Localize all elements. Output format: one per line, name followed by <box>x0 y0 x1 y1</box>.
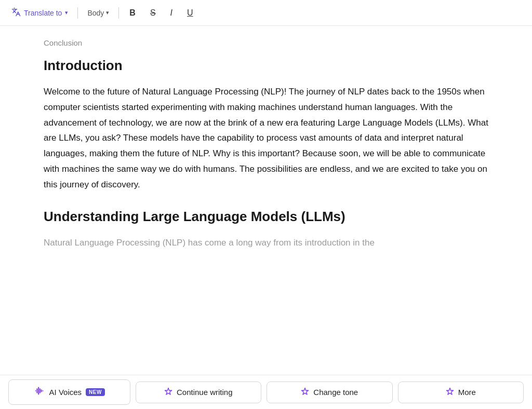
translate-to-button[interactable]: Translate to ▾ <box>8 5 71 21</box>
toolbar: Translate to ▾ Body ▾ B S I U <box>0 0 532 26</box>
intro-heading: Introduction <box>44 58 488 74</box>
content-area: Conclusion Introduction Welcome to the f… <box>0 26 532 409</box>
divider-2 <box>118 7 119 19</box>
ai-voices-button[interactable]: AI Voices NEW <box>8 379 130 405</box>
continue-writing-button[interactable]: Continue writing <box>136 381 262 403</box>
body-label: Body <box>87 9 104 17</box>
translate-label: Translate to <box>24 9 62 17</box>
llm-body-preview: Natural Language Processing (NLP) has co… <box>44 235 488 251</box>
change-tone-label: Change tone <box>313 388 358 397</box>
italic-button[interactable]: I <box>166 6 177 20</box>
bold-label: B <box>129 8 136 18</box>
change-tone-button[interactable]: Change tone <box>267 381 393 403</box>
ai-voices-label: AI Voices <box>49 388 82 397</box>
conclusion-stub: Conclusion <box>44 36 488 47</box>
underline-button[interactable]: U <box>183 6 197 20</box>
continue-writing-sparkle-icon <box>164 387 172 398</box>
translate-icon <box>11 7 21 19</box>
italic-label: I <box>170 8 172 18</box>
continue-writing-label: Continue writing <box>177 388 233 397</box>
bottom-action-bar: AI Voices NEW Continue writing Change to… <box>0 375 532 409</box>
intro-body[interactable]: Welcome to the future of Natural Languag… <box>44 84 488 192</box>
ai-voices-new-badge: NEW <box>86 388 105 396</box>
translate-chevron-icon: ▾ <box>65 9 68 16</box>
divider-1 <box>77 7 78 19</box>
strikethrough-label: S <box>150 8 156 18</box>
body-style-button[interactable]: Body ▾ <box>84 7 112 19</box>
more-button[interactable]: More <box>398 381 524 403</box>
bold-button[interactable]: B <box>125 6 140 20</box>
body-chevron-icon: ▾ <box>106 9 109 16</box>
more-sparkle-icon <box>446 387 454 398</box>
underline-label: U <box>187 8 193 18</box>
more-label: More <box>458 388 476 397</box>
change-tone-sparkle-icon <box>301 387 309 398</box>
llm-heading: Understanding Large Language Models (LLM… <box>44 209 488 225</box>
strikethrough-button[interactable]: S <box>146 6 160 20</box>
ai-voices-wave-icon <box>34 385 45 399</box>
